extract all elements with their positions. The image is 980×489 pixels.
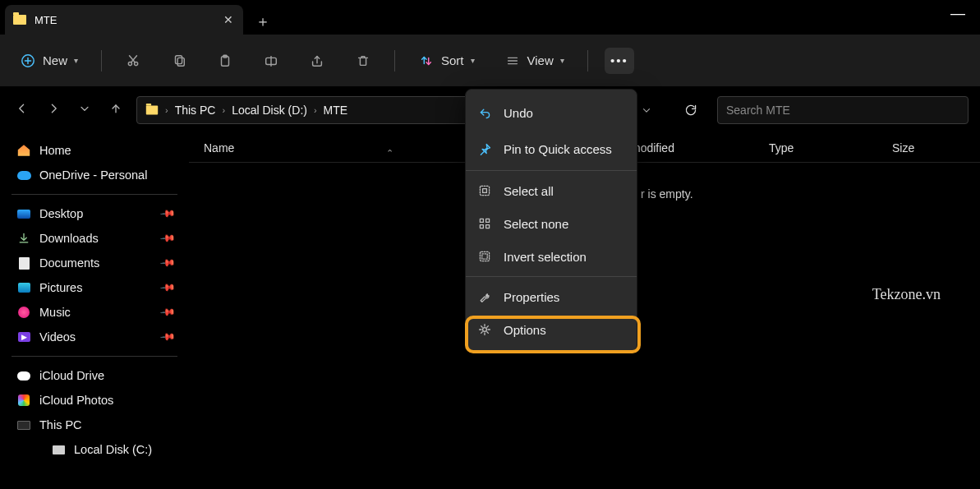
- svg-rect-24: [480, 251, 489, 261]
- col-name-label: Name: [204, 141, 234, 155]
- rename-button[interactable]: [256, 48, 286, 74]
- svg-rect-8: [177, 58, 184, 66]
- sidebar-item-pictures[interactable]: Pictures📌: [0, 275, 189, 300]
- refresh-button[interactable]: [674, 96, 707, 124]
- svg-rect-19: [483, 189, 487, 193]
- delete-button[interactable]: [348, 48, 378, 74]
- close-tab-button[interactable]: ✕: [220, 12, 237, 28]
- sidebar-item-label: OneDrive - Personal: [39, 168, 147, 182]
- col-size[interactable]: Size: [877, 141, 976, 155]
- menu-select-none[interactable]: Select none: [466, 207, 637, 240]
- separator: [466, 170, 637, 171]
- view-label: View: [527, 53, 554, 67]
- breadcrumb-this-pc[interactable]: This PC: [175, 104, 216, 117]
- chevron-down-icon: ▾: [471, 56, 475, 65]
- trash-icon: [355, 53, 371, 69]
- menu-options[interactable]: Options: [466, 313, 637, 346]
- forward-button[interactable]: [43, 102, 64, 118]
- paste-button[interactable]: [210, 48, 240, 74]
- download-icon: [16, 231, 31, 246]
- svg-rect-25: [482, 254, 487, 259]
- menu-item-label: Undo: [504, 106, 533, 120]
- chevron-right-icon: ›: [314, 105, 317, 115]
- svg-rect-18: [480, 186, 489, 195]
- wrench-icon: [477, 289, 492, 304]
- new-label: New: [43, 53, 67, 67]
- document-icon: [16, 256, 31, 270]
- separator: [587, 50, 588, 72]
- sidebar-item-home[interactable]: Home: [0, 138, 189, 163]
- chevron-right-icon: ›: [165, 105, 168, 115]
- menu-select-all[interactable]: Select all: [466, 174, 637, 207]
- cut-button[interactable]: [118, 48, 148, 74]
- pin-icon: 📌: [159, 230, 176, 247]
- sidebar: Home OneDrive - Personal Desktop📌 Downlo…: [0, 133, 189, 489]
- sidebar-item-desktop[interactable]: Desktop📌: [0, 201, 189, 226]
- rename-icon: [263, 53, 279, 69]
- clipboard-icon: [217, 53, 233, 69]
- folder-icon: [146, 106, 158, 115]
- col-type[interactable]: Type: [754, 141, 877, 155]
- sidebar-item-videos[interactable]: ▶Videos📌: [0, 325, 189, 349]
- recent-dropdown[interactable]: [74, 102, 95, 118]
- menu-properties[interactable]: Properties: [466, 280, 637, 313]
- tab-title: MTE: [35, 14, 212, 26]
- pin-icon: [477, 141, 492, 156]
- sidebar-item-icloud-drive[interactable]: iCloud Drive: [0, 363, 189, 388]
- back-button[interactable]: [12, 102, 33, 118]
- sidebar-item-label: Music: [39, 306, 71, 319]
- pin-icon: 📌: [159, 304, 176, 321]
- share-button[interactable]: [302, 48, 332, 74]
- more-icon: •••: [611, 53, 628, 69]
- sort-icon: [418, 53, 435, 69]
- undo-icon: [477, 105, 492, 120]
- window-tab[interactable]: MTE ✕: [5, 5, 243, 35]
- new-tab-button[interactable]: ＋: [250, 8, 276, 35]
- new-button[interactable]: New ▾: [13, 48, 85, 74]
- sidebar-item-downloads[interactable]: Downloads📌: [0, 226, 189, 251]
- separator: [466, 276, 637, 277]
- sidebar-item-onedrive[interactable]: OneDrive - Personal: [0, 163, 189, 187]
- sort-button[interactable]: Sort ▾: [412, 48, 481, 74]
- watermark: Tekzone.vn: [872, 286, 941, 303]
- search-input[interactable]: Search MTE: [717, 96, 968, 124]
- sidebar-item-music[interactable]: Music📌: [0, 300, 189, 325]
- copy-icon: [171, 53, 187, 69]
- separator: [12, 356, 177, 357]
- view-button[interactable]: View ▾: [498, 48, 571, 74]
- menu-undo[interactable]: Undo: [466, 95, 637, 131]
- menu-item-label: Options: [504, 323, 546, 337]
- pin-icon: 📌: [159, 255, 176, 271]
- share-icon: [309, 53, 325, 69]
- svg-rect-14: [360, 58, 366, 65]
- separator: [101, 50, 102, 72]
- plus-circle-icon: [20, 53, 36, 69]
- chevron-down-icon: ▾: [74, 56, 78, 65]
- select-all-icon: [477, 183, 492, 198]
- sidebar-item-documents[interactable]: Documents📌: [0, 251, 189, 275]
- sidebar-item-this-pc[interactable]: This PC: [0, 413, 189, 437]
- pc-icon: [16, 417, 31, 432]
- sidebar-item-label: This PC: [39, 418, 82, 431]
- menu-item-label: Invert selection: [504, 250, 587, 264]
- view-icon: [504, 53, 521, 69]
- pin-icon: 📌: [159, 279, 176, 296]
- separator: [394, 50, 395, 72]
- up-button[interactable]: [105, 102, 127, 118]
- svg-point-26: [483, 328, 487, 332]
- menu-invert-selection[interactable]: Invert selection: [466, 240, 637, 273]
- sidebar-item-label: Videos: [39, 330, 76, 344]
- copy-button[interactable]: [164, 48, 194, 74]
- breadcrumb-mte[interactable]: MTE: [324, 104, 348, 117]
- breadcrumb-local-disk-d[interactable]: Local Disk (D:): [232, 104, 307, 117]
- minimize-button[interactable]: —: [950, 5, 965, 22]
- menu-item-label: Pin to Quick access: [504, 142, 612, 156]
- sidebar-item-local-disk-c[interactable]: Local Disk (C:): [0, 437, 189, 462]
- sidebar-item-icloud-photos[interactable]: iCloud Photos: [0, 388, 189, 413]
- more-button[interactable]: •••: [605, 48, 634, 74]
- menu-pin-quick-access[interactable]: Pin to Quick access: [466, 131, 637, 167]
- svg-rect-21: [486, 219, 490, 222]
- disk-icon: [51, 442, 66, 457]
- home-icon: [16, 143, 31, 158]
- sidebar-item-label: iCloud Photos: [39, 394, 113, 407]
